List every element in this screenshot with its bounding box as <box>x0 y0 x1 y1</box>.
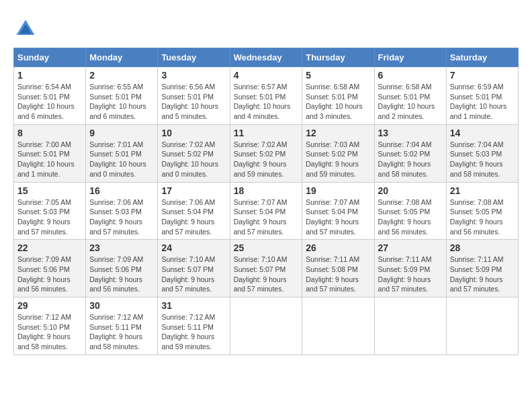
day-number-5: 5 <box>306 70 370 81</box>
day-number-9: 9 <box>89 128 154 138</box>
day-info-11: Sunrise: 7:02 AM Sunset: 5:02 PM Dayligh… <box>234 140 299 179</box>
day-number-28: 28 <box>450 242 515 253</box>
day-info-23: Sunrise: 7:09 AM Sunset: 5:06 PM Dayligh… <box>89 255 154 294</box>
day-3: 3 Sunrise: 6:56 AM Sunset: 5:01 PM Dayli… <box>158 67 230 125</box>
day-10: 10 Sunrise: 7:02 AM Sunset: 5:02 PM Dayl… <box>158 124 230 182</box>
day-15: 15 Sunrise: 7:05 AM Sunset: 5:03 PM Dayl… <box>14 182 86 240</box>
day-info-15: Sunrise: 7:05 AM Sunset: 5:03 PM Dayligh… <box>17 197 82 237</box>
day-number-12: 12 <box>306 128 370 138</box>
day-number-19: 19 <box>306 185 370 196</box>
day-9: 9 Sunrise: 7:01 AM Sunset: 5:01 PM Dayli… <box>86 124 158 182</box>
logo <box>13 17 39 41</box>
day-6: 6 Sunrise: 6:58 AM Sunset: 5:01 PM Dayli… <box>374 67 446 125</box>
day-31: 31 Sunrise: 7:12 AM Sunset: 5:11 PM Dayl… <box>158 298 230 355</box>
col-thursday: Thursday <box>302 48 374 67</box>
day-info-31: Sunrise: 7:12 AM Sunset: 5:11 PM Dayligh… <box>161 312 226 352</box>
col-saturday: Saturday <box>446 48 518 67</box>
day-number-21: 21 <box>450 185 515 196</box>
day-21: 21 Sunrise: 7:08 AM Sunset: 5:05 PM Dayl… <box>446 182 518 240</box>
day-22: 22 Sunrise: 7:09 AM Sunset: 5:06 PM Dayl… <box>14 240 86 298</box>
day-info-22: Sunrise: 7:09 AM Sunset: 5:06 PM Dayligh… <box>17 255 82 294</box>
header <box>13 13 519 41</box>
day-25: 25 Sunrise: 7:10 AM Sunset: 5:07 PM Dayl… <box>230 240 302 298</box>
day-29: 29 Sunrise: 7:12 AM Sunset: 5:10 PM Dayl… <box>14 298 86 355</box>
day-number-16: 16 <box>89 185 154 196</box>
day-info-17: Sunrise: 7:06 AM Sunset: 5:04 PM Dayligh… <box>161 197 226 237</box>
day-info-9: Sunrise: 7:01 AM Sunset: 5:01 PM Dayligh… <box>89 140 154 179</box>
day-5: 5 Sunrise: 6:58 AM Sunset: 5:01 PM Dayli… <box>302 67 374 125</box>
day-8: 8 Sunrise: 7:00 AM Sunset: 5:01 PM Dayli… <box>14 124 86 182</box>
day-info-18: Sunrise: 7:07 AM Sunset: 5:04 PM Dayligh… <box>234 197 299 237</box>
day-number-31: 31 <box>161 300 226 311</box>
day-17: 17 Sunrise: 7:06 AM Sunset: 5:04 PM Dayl… <box>158 182 230 240</box>
day-23: 23 Sunrise: 7:09 AM Sunset: 5:06 PM Dayl… <box>86 240 158 298</box>
day-info-8: Sunrise: 7:00 AM Sunset: 5:01 PM Dayligh… <box>17 140 82 179</box>
day-26: 26 Sunrise: 7:11 AM Sunset: 5:08 PM Dayl… <box>302 240 374 298</box>
day-1: 1 Sunrise: 6:54 AM Sunset: 5:01 PM Dayli… <box>14 67 86 125</box>
empty-cell <box>230 298 302 355</box>
day-number-11: 11 <box>234 128 299 138</box>
day-number-1: 1 <box>17 70 82 81</box>
day-number-22: 22 <box>17 242 82 253</box>
empty-cell <box>446 298 518 355</box>
day-info-6: Sunrise: 6:58 AM Sunset: 5:01 PM Dayligh… <box>378 82 443 122</box>
day-info-4: Sunrise: 6:57 AM Sunset: 5:01 PM Dayligh… <box>234 82 299 122</box>
day-30: 30 Sunrise: 7:12 AM Sunset: 5:11 PM Dayl… <box>86 298 158 355</box>
col-friday: Friday <box>374 48 446 67</box>
day-number-3: 3 <box>161 70 226 81</box>
day-14: 14 Sunrise: 7:04 AM Sunset: 5:03 PM Dayl… <box>446 124 518 182</box>
day-13: 13 Sunrise: 7:04 AM Sunset: 5:02 PM Dayl… <box>374 124 446 182</box>
day-info-7: Sunrise: 6:59 AM Sunset: 5:01 PM Dayligh… <box>450 82 515 122</box>
day-7: 7 Sunrise: 6:59 AM Sunset: 5:01 PM Dayli… <box>446 67 518 125</box>
day-info-2: Sunrise: 6:55 AM Sunset: 5:01 PM Dayligh… <box>89 82 154 122</box>
day-number-18: 18 <box>234 185 299 196</box>
day-info-13: Sunrise: 7:04 AM Sunset: 5:02 PM Dayligh… <box>378 140 443 179</box>
calendar: Sunday Monday Tuesday Wednesday Thursday… <box>13 48 519 355</box>
day-info-10: Sunrise: 7:02 AM Sunset: 5:02 PM Dayligh… <box>161 140 226 179</box>
day-info-28: Sunrise: 7:11 AM Sunset: 5:09 PM Dayligh… <box>450 255 515 294</box>
day-20: 20 Sunrise: 7:08 AM Sunset: 5:05 PM Dayl… <box>374 182 446 240</box>
day-18: 18 Sunrise: 7:07 AM Sunset: 5:04 PM Dayl… <box>230 182 302 240</box>
day-19: 19 Sunrise: 7:07 AM Sunset: 5:04 PM Dayl… <box>302 182 374 240</box>
day-number-8: 8 <box>17 128 82 138</box>
day-number-13: 13 <box>378 128 443 138</box>
col-wednesday: Wednesday <box>230 48 302 67</box>
day-info-26: Sunrise: 7:11 AM Sunset: 5:08 PM Dayligh… <box>306 255 370 294</box>
col-sunday: Sunday <box>14 48 86 67</box>
day-number-17: 17 <box>161 185 226 196</box>
day-info-16: Sunrise: 7:06 AM Sunset: 5:03 PM Dayligh… <box>89 197 154 237</box>
day-info-24: Sunrise: 7:10 AM Sunset: 5:07 PM Dayligh… <box>161 255 226 294</box>
day-12: 12 Sunrise: 7:03 AM Sunset: 5:02 PM Dayl… <box>302 124 374 182</box>
day-number-4: 4 <box>234 70 299 81</box>
day-number-7: 7 <box>450 70 515 81</box>
day-number-14: 14 <box>450 128 515 138</box>
day-number-30: 30 <box>89 300 154 311</box>
day-number-25: 25 <box>234 242 299 253</box>
empty-cell <box>374 298 446 355</box>
day-info-3: Sunrise: 6:56 AM Sunset: 5:01 PM Dayligh… <box>161 82 226 122</box>
day-number-26: 26 <box>306 242 370 253</box>
day-number-6: 6 <box>378 70 443 81</box>
day-11: 11 Sunrise: 7:02 AM Sunset: 5:02 PM Dayl… <box>230 124 302 182</box>
day-info-14: Sunrise: 7:04 AM Sunset: 5:03 PM Dayligh… <box>450 140 515 179</box>
col-monday: Monday <box>86 48 158 67</box>
day-2: 2 Sunrise: 6:55 AM Sunset: 5:01 PM Dayli… <box>86 67 158 125</box>
day-number-27: 27 <box>378 242 443 253</box>
day-number-15: 15 <box>17 185 82 196</box>
day-info-1: Sunrise: 6:54 AM Sunset: 5:01 PM Dayligh… <box>17 82 82 122</box>
day-info-5: Sunrise: 6:58 AM Sunset: 5:01 PM Dayligh… <box>306 82 370 122</box>
day-24: 24 Sunrise: 7:10 AM Sunset: 5:07 PM Dayl… <box>158 240 230 298</box>
day-number-24: 24 <box>161 242 226 253</box>
day-number-2: 2 <box>89 70 154 81</box>
day-number-20: 20 <box>378 185 443 196</box>
col-tuesday: Tuesday <box>158 48 230 67</box>
empty-cell <box>302 298 374 355</box>
day-info-19: Sunrise: 7:07 AM Sunset: 5:04 PM Dayligh… <box>306 197 370 237</box>
day-info-12: Sunrise: 7:03 AM Sunset: 5:02 PM Dayligh… <box>306 140 370 179</box>
day-info-20: Sunrise: 7:08 AM Sunset: 5:05 PM Dayligh… <box>378 197 443 237</box>
day-info-25: Sunrise: 7:10 AM Sunset: 5:07 PM Dayligh… <box>234 255 299 294</box>
day-28: 28 Sunrise: 7:11 AM Sunset: 5:09 PM Dayl… <box>446 240 518 298</box>
day-info-21: Sunrise: 7:08 AM Sunset: 5:05 PM Dayligh… <box>450 197 515 237</box>
day-16: 16 Sunrise: 7:06 AM Sunset: 5:03 PM Dayl… <box>86 182 158 240</box>
day-4: 4 Sunrise: 6:57 AM Sunset: 5:01 PM Dayli… <box>230 67 302 125</box>
